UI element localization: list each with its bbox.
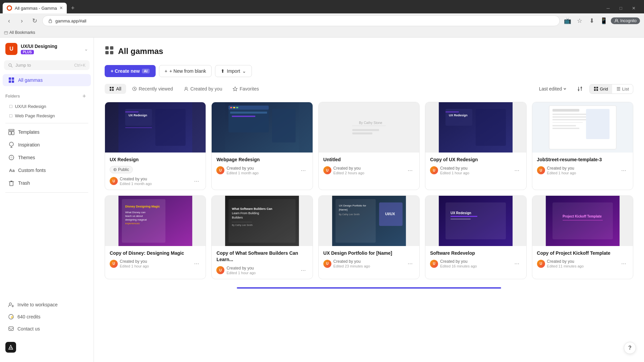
add-folder-button[interactable]: + (80, 92, 88, 100)
sidebar-item-templates[interactable]: Templates (3, 126, 91, 138)
card-time-disney: Edited 1 hour ago (120, 264, 149, 268)
svg-text:UX Redesign: UX Redesign (449, 114, 468, 117)
card-meta-copy-ux: U Created by you Edited 1 hour ago ··· (430, 166, 521, 175)
card-creator-jobstreet: Created by you (547, 166, 576, 171)
filter-tab-all[interactable]: All (105, 84, 126, 94)
address-bar[interactable]: gamma.app/#all (42, 15, 560, 26)
help-button[interactable]: ? (624, 342, 636, 354)
search-placeholder: Jump to (15, 63, 71, 68)
download-btn[interactable]: ⬇ (587, 16, 597, 26)
gamma-card-disney[interactable]: Disney Designing Magic What Disney can t… (105, 195, 206, 279)
svg-rect-82 (229, 199, 296, 243)
folder-ux-redesign[interactable]: □ UX/UI Redesign (3, 102, 91, 111)
card-thumbnail: UX Redesign (105, 102, 206, 153)
card-more-button-redevelop[interactable]: ··· (513, 259, 522, 268)
svg-rect-86 (232, 222, 252, 222)
sort-direction-button[interactable] (573, 84, 587, 94)
card-meta-software: U Created by you Edited 1 hour ago ··· (216, 266, 308, 275)
card-more-button-software[interactable]: ··· (299, 266, 308, 275)
kickoff-thumb: Project Kickoff Template (532, 196, 633, 246)
svg-rect-41 (125, 112, 139, 112)
ux-portfolio-thumb: UX Design Portfolio for [Name] By Cathy … (319, 196, 419, 246)
card-body-jobstreet: JobStreet-resume-template-3 U Created by… (532, 153, 633, 179)
cast-btn[interactable]: 📺 (562, 16, 573, 26)
sort-button[interactable]: Last edited (535, 84, 571, 94)
card-thumbnail-webpage (212, 102, 312, 153)
sidebar-item-inspiration[interactable]: Inspiration (3, 139, 91, 151)
card-more-button-ux-portfolio[interactable]: ··· (406, 259, 415, 268)
gamma-card-ux-portfolio[interactable]: UX Design Portfolio for [Name] By Cathy … (318, 195, 420, 279)
gamma-card-copy-ux[interactable]: UX Redesign Copy of UX Redesign U Create… (425, 102, 526, 190)
gammas-grid: UX Redesign UX Redesign Public U (105, 102, 633, 279)
bookmark-btn[interactable]: ☆ (575, 16, 585, 26)
back-button[interactable]: ‹ (4, 16, 14, 26)
svg-rect-52 (230, 112, 267, 114)
invite-icon (8, 302, 14, 308)
card-meta-left-kickoff: U Created by you Edited 11 minutes ago (537, 259, 584, 268)
create-new-button[interactable]: + Create new AI (105, 65, 156, 77)
window-maximize[interactable]: □ (616, 3, 626, 13)
card-meta-redevelop: U Created by you Edited 16 minutes ago ·… (430, 259, 521, 268)
inspiration-icon (8, 141, 15, 148)
gamma-card-webpage-redesign[interactable]: Webpage Redesign U Created by you Edited… (211, 102, 313, 190)
card-more-button-jobstreet[interactable]: ··· (619, 166, 628, 175)
card-more-button-webpage[interactable]: ··· (299, 166, 308, 175)
gamma-card-software[interactable]: What Software Builders Can Learn From Bu… (211, 195, 313, 279)
device-btn[interactable]: 📱 (599, 16, 609, 26)
gamma-card-ux-redesign[interactable]: UX Redesign UX Redesign Public U (105, 102, 206, 190)
grid-view-button[interactable]: Grid (590, 84, 612, 94)
card-more-button-copy-ux[interactable]: ··· (513, 166, 522, 175)
trash-label: Trash (18, 180, 30, 186)
card-more-button-disney[interactable]: ··· (192, 259, 201, 268)
refresh-button[interactable]: ↻ (30, 16, 40, 26)
sidebar-item-all-gammas[interactable]: All gammas (3, 74, 91, 86)
card-meta-left-software: U Created by you Edited 1 hour ago (216, 266, 256, 275)
card-body-webpage: Webpage Redesign U Created by you Edited… (212, 153, 312, 179)
list-view-button[interactable]: List (612, 84, 633, 94)
forward-button[interactable]: › (17, 16, 27, 26)
sidebar-invite[interactable]: Invite to workspace (3, 299, 91, 310)
card-body-kickoff: Copy of Project Kickoff Template U Creat… (532, 246, 633, 273)
filter-tab-created[interactable]: Created by you (179, 84, 227, 94)
trash-icon (8, 180, 15, 186)
avatar-copy-ux: U (430, 166, 438, 174)
window-close[interactable]: ✕ (629, 3, 639, 13)
svg-rect-70 (586, 109, 609, 139)
active-tab[interactable]: All gammas - Gamma × (3, 3, 67, 13)
folder-web-redesign[interactable]: □ Web Page Redesign (3, 111, 91, 120)
view-controls: Last edited Grid List (535, 84, 633, 94)
gamma-card-jobstreet[interactable]: JobStreet-resume-template-3 U Created by… (532, 102, 633, 190)
svg-rect-1 (49, 20, 52, 23)
svg-text:What Software Builders Can: What Software Builders Can (232, 207, 273, 210)
sidebar-contact[interactable]: Contact us (3, 323, 91, 335)
card-more-button-untitled[interactable]: ··· (406, 166, 415, 175)
sidebar-credits[interactable]: ⚡ 640 credits (3, 311, 91, 322)
workspace-chevron-icon[interactable]: ⌄ (84, 46, 88, 52)
window-minimize[interactable]: ─ (603, 3, 613, 13)
svg-rect-31 (594, 87, 596, 88)
new-from-blank-button[interactable]: + + New from blank (159, 65, 212, 77)
sidebar-item-custom-fonts[interactable]: Aa Custom fonts (3, 164, 91, 176)
svg-text:By Cathy Lee Smith: By Cathy Lee Smith (232, 224, 253, 227)
card-thumbnail-software: What Software Builders Can Learn From Bu… (212, 196, 312, 246)
sidebar-item-trash[interactable]: Trash (3, 177, 91, 189)
svg-rect-8 (9, 80, 11, 83)
credits-icon: ⚡ (8, 314, 14, 320)
tab-close-btn[interactable]: × (60, 5, 63, 11)
card-meta-left-webpage: U Created by you Edited 1 month ago (216, 166, 258, 175)
theme-icon (8, 154, 15, 161)
gamma-card-redevelop[interactable]: UX Redesign Software Redevelop U Created… (425, 195, 526, 279)
sidebar-item-themes[interactable]: Themes (3, 152, 91, 164)
card-title-kickoff: Copy of Project Kickoff Template (537, 250, 628, 257)
gamma-card-untitled[interactable]: By Cathy Stone Untitled U Created by you (318, 102, 420, 190)
filter-tab-recently[interactable]: Recently viewed (127, 84, 178, 94)
card-more-button-kickoff[interactable]: ··· (619, 259, 628, 268)
gamma-card-kickoff[interactable]: Project Kickoff Template Copy of Project… (532, 195, 633, 279)
new-tab-button[interactable]: + (68, 3, 77, 13)
svg-text:Aa: Aa (9, 168, 15, 173)
card-more-button[interactable]: ··· (192, 177, 201, 185)
filter-tab-favorites[interactable]: Favorites (228, 84, 264, 94)
import-button[interactable]: ⬆ Import ⌄ (215, 65, 252, 77)
search-box[interactable]: Jump to Ctrl+K (4, 60, 90, 70)
svg-text:Project Kickoff Template: Project Kickoff Template (562, 215, 602, 218)
